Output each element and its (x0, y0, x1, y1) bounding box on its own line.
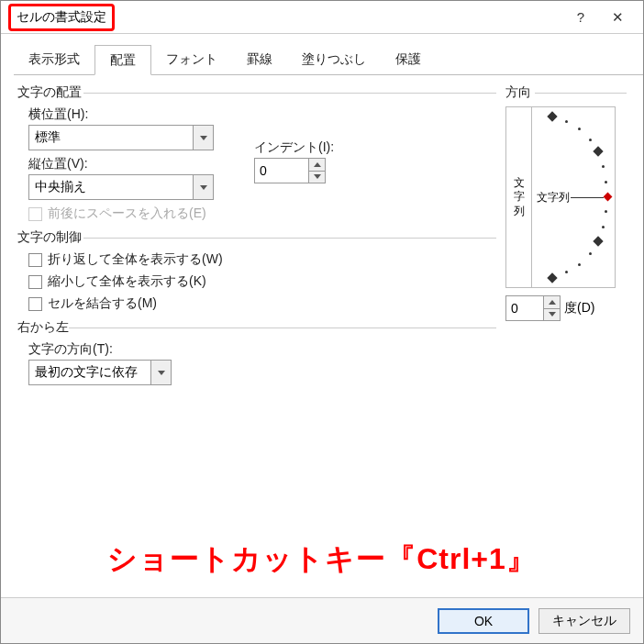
help-button[interactable]: ? (562, 9, 599, 25)
checkbox-icon (28, 207, 42, 221)
indent-group: インデント(I): 0 (254, 134, 334, 183)
degree-spinner[interactable]: 0 (505, 295, 561, 321)
vertical-select[interactable]: 中央揃え (28, 174, 214, 200)
spinner-up-icon[interactable] (309, 159, 325, 172)
tab-strip: 表示形式 配置 フォント 罫線 塗りつぶし 保護 (1, 34, 643, 75)
annotation-text: ショートカットキー『Ctrl+1』 (1, 539, 643, 580)
wrap-text-label: 折り返して全体を表示する(W) (48, 251, 223, 268)
spinner-down-icon[interactable] (309, 172, 325, 183)
checkbox-icon (28, 297, 42, 311)
tab-content: 文字の配置 横位置(H): 標準 縦位置(V): 中央揃え 前後にスペースを入れ… (1, 75, 643, 598)
orientation-title: 方向 (505, 84, 627, 101)
indent-spinner[interactable]: 0 (254, 158, 326, 183)
indent-label: インデント(I): (254, 139, 334, 156)
vertical-text-label: 文字列 (514, 176, 525, 219)
chevron-down-icon (150, 361, 171, 384)
cancel-button[interactable]: キャンセル (539, 608, 630, 634)
degree-label: 度(D) (564, 300, 594, 316)
tab-protection[interactable]: 保護 (381, 45, 436, 75)
orientation-group: 方向 文字列 文字列 (505, 84, 627, 321)
ok-button[interactable]: OK (438, 608, 529, 634)
checkbox-icon (28, 275, 42, 289)
checkbox-icon (28, 253, 42, 267)
orientation-box[interactable]: 文字列 文字列 (505, 106, 616, 288)
orientation-arc[interactable]: 文字列 (532, 107, 615, 287)
dialog-title: セルの書式設定 (8, 4, 115, 31)
justify-distributed-label: 前後にスペースを入れる(E) (48, 205, 206, 222)
vertical-text-button[interactable]: 文字列 (506, 107, 532, 287)
horizontal-select[interactable]: 標準 (28, 125, 214, 150)
chevron-down-icon (193, 175, 213, 199)
rtl-title: 右から左 (17, 319, 627, 336)
degree-value: 0 (506, 296, 543, 320)
merge-cells-label: セルを結合する(M) (48, 295, 157, 312)
text-direction-label: 文字の方向(T): (28, 341, 627, 358)
shrink-to-fit-label: 縮小して全体を表示する(K) (48, 273, 206, 290)
spinner-down-icon[interactable] (544, 309, 560, 321)
vertical-select-value: 中央揃え (29, 179, 193, 195)
chevron-down-icon (193, 126, 213, 150)
orientation-arc-label: 文字列 (537, 190, 570, 205)
indent-value: 0 (255, 159, 308, 183)
tab-fill[interactable]: 塗りつぶし (287, 45, 381, 75)
text-direction-value: 最初の文字に依存 (29, 364, 150, 381)
spinner-up-icon[interactable] (544, 296, 560, 309)
tab-number[interactable]: 表示形式 (14, 45, 94, 75)
dialog-footer: OK キャンセル (1, 597, 643, 643)
horizontal-select-value: 標準 (29, 129, 193, 146)
rtl-group: 右から左 文字の方向(T): 最初の文字に依存 (17, 319, 627, 385)
degree-row: 0 度(D) (505, 295, 627, 321)
tab-font[interactable]: フォント (151, 45, 232, 75)
titlebar: セルの書式設定 ? ✕ (1, 1, 643, 34)
orientation-line-icon (571, 197, 604, 198)
close-button[interactable]: ✕ (599, 9, 636, 26)
tab-border[interactable]: 罫線 (232, 45, 287, 75)
text-direction-select[interactable]: 最初の文字に依存 (28, 360, 172, 385)
tab-alignment[interactable]: 配置 (94, 45, 151, 75)
format-cells-dialog: セルの書式設定 ? ✕ 表示形式 配置 フォント 罫線 塗りつぶし 保護 文字の… (0, 0, 644, 644)
